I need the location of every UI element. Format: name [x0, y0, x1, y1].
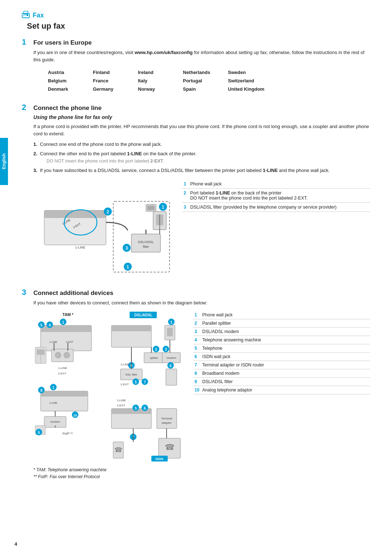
step-2-3: 3.If you have subscribed to a DSL/ADSL s… — [33, 167, 370, 174]
svg-text:6: 6 — [144, 406, 146, 410]
section-1: 1 For users in Europe If you are in one … — [22, 37, 370, 93]
svg-text:1-LINE: 1-LINE — [49, 341, 57, 343]
footnote-1: * TAM: Telephone answering machine — [33, 467, 370, 473]
svg-text:1-LINE: 1-LINE — [58, 366, 67, 370]
legend3-row-3: 3 DSL/ADSL modem — [193, 327, 370, 336]
legend-row-1: 1 Phone wall jack — [182, 180, 370, 189]
svg-text:5: 5 — [135, 406, 137, 410]
svg-text:2-EXT: 2-EXT — [117, 404, 125, 407]
svg-rect-77 — [111, 325, 151, 331]
section-2: 2 Connect the phone line Using the phone… — [22, 103, 370, 278]
svg-text:2-EXT: 2-EXT — [121, 383, 129, 386]
main-title: Set up fax — [22, 21, 370, 31]
legend-num-3: 3 — [182, 203, 189, 212]
legend3-row-8: 8 Broadband modem — [193, 369, 370, 377]
svg-rect-55 — [41, 391, 88, 397]
diagram-3-left: TAM * 1 1-LINE 2-EXT 5 — [33, 311, 106, 438]
svg-text:1-LINE: 1-LINE — [75, 246, 85, 249]
country-cell: Sweden — [228, 69, 273, 76]
svg-text:3: 3 — [165, 348, 167, 352]
foip-diagram: 1 1-LINE 8 modem — [33, 382, 106, 438]
side-tab: English — [0, 138, 8, 185]
country-cell: Spain — [183, 86, 228, 93]
isdn-diagram: 1-LINE 2-EXT 5 6 — [110, 395, 189, 463]
svg-rect-2 — [26, 15, 28, 16]
svg-rect-42 — [37, 349, 45, 355]
svg-rect-44 — [52, 349, 73, 362]
legend3-row-2: 2 Parallel splitter — [193, 319, 370, 327]
diagram-3-legend: 1 Phone wall jack 2 Parallel splitter 3 … — [193, 311, 370, 394]
section-1-title: For users in Europe — [33, 39, 92, 46]
tam-diagram: TAM * 1 1-LINE 2-EXT 5 — [33, 311, 106, 379]
svg-text:4: 4 — [49, 323, 51, 327]
svg-text:1: 1 — [170, 320, 172, 324]
svg-text:☎: ☎ — [114, 446, 122, 454]
legend3-row-4: 4 Telephone answering machine — [193, 336, 370, 344]
svg-text:TAM *: TAM * — [62, 312, 74, 317]
section-3-intro: If you have other devices to connect, co… — [33, 299, 370, 307]
side-tab-label: English — [1, 153, 7, 169]
svg-text:1: 1 — [162, 205, 164, 210]
svg-point-4 — [25, 15, 25, 16]
country-cell: Finland — [93, 69, 138, 76]
legend3-row-6: 6 ISDN wall jack — [193, 352, 370, 361]
svg-text:7: 7 — [144, 380, 146, 384]
svg-text:filter: filter — [143, 245, 149, 249]
country-cell: Portugal — [183, 77, 228, 84]
svg-text:1: 1 — [52, 386, 54, 390]
diagram-2: 1-LINE 2-EXT 2 1 — [33, 180, 175, 278]
country-cell: Belgium — [48, 77, 93, 84]
svg-text:splitter: splitter — [150, 356, 158, 360]
step-list-2: 1.Connect one end of the phone cord to t… — [33, 141, 370, 174]
country-cell: Austria — [48, 69, 93, 76]
diagram-area-3: TAM * 1 1-LINE 2-EXT 5 — [33, 311, 370, 463]
svg-text:5: 5 — [135, 380, 137, 384]
svg-rect-74 — [167, 328, 173, 336]
svg-text:5: 5 — [38, 431, 40, 435]
svg-text:1: 1 — [127, 264, 129, 270]
svg-text:6: 6 — [170, 364, 172, 368]
legend3-row-5: 5 Telephone — [193, 344, 370, 352]
section-2-intro: If a phone cord is provided with the pri… — [33, 123, 370, 137]
svg-text:FoIP **: FoIP ** — [62, 432, 73, 435]
legend-row-2: 2 Port labeled 1-LINE on the back of the… — [182, 189, 370, 203]
svg-text:8: 8 — [40, 389, 42, 393]
legend-num-2: 2 — [182, 189, 189, 203]
step-2-1: 1.Connect one end of the phone cord to t… — [33, 141, 370, 148]
svg-text:1-LINE: 1-LINE — [121, 363, 130, 366]
step-2-2: 2.Connect the other end to the port labe… — [33, 150, 370, 165]
svg-text:2: 2 — [155, 348, 157, 352]
legend-text-1: Phone wall jack — [189, 180, 370, 189]
section-2-title: Connect the phone line — [33, 104, 102, 112]
svg-text:1-LINE: 1-LINE — [117, 399, 126, 402]
svg-rect-7 — [44, 210, 106, 218]
fax-icon — [22, 11, 30, 20]
section-3: 3 Connect additional devices If you have… — [22, 288, 370, 480]
svg-text:1: 1 — [62, 320, 64, 324]
section-2-subtitle: Using the phone line for fax only — [33, 114, 370, 120]
country-cell: Ireland — [138, 69, 183, 76]
svg-point-46 — [64, 352, 70, 358]
svg-rect-29 — [147, 206, 155, 210]
svg-text:☎: ☎ — [165, 443, 175, 452]
svg-point-45 — [55, 352, 61, 358]
country-cell: Netherlands — [183, 69, 228, 76]
page-header: Fax — [22, 11, 370, 20]
country-cell: Switzerland — [228, 77, 273, 84]
svg-text:3: 3 — [126, 246, 128, 251]
legend-table-3: 1 Phone wall jack 2 Parallel splitter 3 … — [193, 311, 370, 394]
country-cell: Denmark — [48, 86, 93, 93]
diagram-3-center: DSL/ADSL 1 1-LINE — [110, 311, 189, 463]
svg-text:1-LINE: 1-LINE — [49, 402, 57, 404]
legend3-row-10: 10 Analog telephone adaptor — [193, 386, 370, 394]
footnotes: * TAM: Telephone answering machine ** Fo… — [33, 467, 370, 480]
legend-table-2: 1 Phone wall jack 2 Port labeled 1-LINE … — [182, 180, 370, 212]
dsl-diagram: DSL/ADSL 1 1-LINE — [110, 311, 189, 392]
legend-row-3: 3 DSL/ADSL filter (provided by the telep… — [182, 203, 370, 212]
legend-text-2: Port labeled 1-LINE on the back of the p… — [189, 189, 370, 203]
svg-text:modem: modem — [167, 356, 176, 360]
section-1-url: www.hp.com/uk/faxconfig — [135, 50, 193, 55]
country-cell: Germany — [93, 86, 138, 93]
country-cell: United Kingdom — [228, 86, 273, 93]
svg-text:DSL/ADSL: DSL/ADSL — [138, 240, 154, 244]
